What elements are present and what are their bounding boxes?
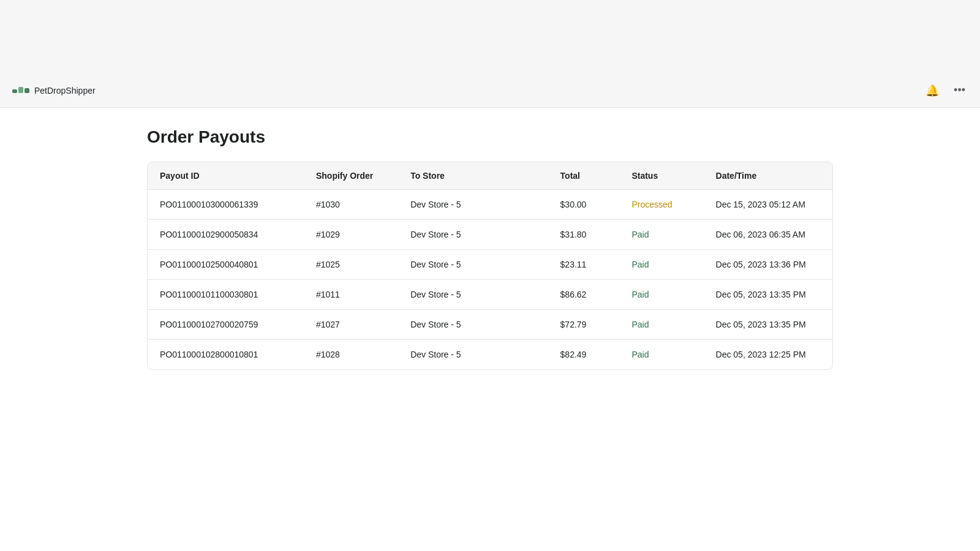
table-row: PO011000102900050834 #1029 Dev Store - 5…	[148, 220, 832, 250]
more-options-button[interactable]: •••	[951, 81, 968, 99]
table-row: PO011000102500040801 #1025 Dev Store - 5…	[148, 250, 832, 280]
status-badge: Paid	[631, 290, 649, 299]
status-badge: Paid	[631, 230, 649, 239]
col-header-status: Status	[619, 162, 703, 190]
cell-total: $86.62	[548, 280, 620, 310]
status-badge: Paid	[631, 320, 649, 329]
cell-total: $23.11	[548, 250, 620, 280]
cell-total: $72.79	[548, 310, 620, 340]
cell-payout-id: PO011000102500040801	[148, 250, 304, 280]
order-payouts-table: Payout ID Shopify Order To Store Total S…	[148, 162, 832, 369]
cell-to-store: Dev Store - 5	[398, 280, 548, 310]
cell-datetime: Dec 05, 2023 13:35 PM	[704, 310, 832, 340]
cell-status: Paid	[619, 250, 703, 280]
table-header-row: Payout ID Shopify Order To Store Total S…	[148, 162, 832, 190]
cell-payout-id: PO011000101100030801	[148, 280, 304, 310]
table-row: PO011000103000061339 #1030 Dev Store - 5…	[148, 190, 832, 220]
cell-to-store: Dev Store - 5	[398, 220, 548, 250]
cell-datetime: Dec 05, 2023 12:25 PM	[704, 340, 832, 370]
cell-payout-id: PO011000103000061339	[148, 190, 304, 220]
cell-total: $30.00	[548, 190, 620, 220]
table-row: PO011000102700020759 #1027 Dev Store - 5…	[148, 310, 832, 340]
app-logo-icon	[12, 84, 29, 97]
cell-payout-id: PO011000102800010801	[148, 340, 304, 370]
cell-shopify-order: #1029	[304, 220, 398, 250]
app-name: PetDropShipper	[34, 86, 96, 96]
page-title: Order Payouts	[147, 127, 833, 147]
header-bar: PetDropShipper 🔔 •••	[0, 73, 980, 108]
status-badge: Paid	[631, 260, 649, 269]
cell-status: Processed	[619, 190, 703, 220]
notification-button[interactable]: 🔔	[923, 81, 941, 100]
cell-status: Paid	[619, 310, 703, 340]
cell-status: Paid	[619, 340, 703, 370]
cell-shopify-order: #1030	[304, 190, 398, 220]
order-payouts-table-container: Payout ID Shopify Order To Store Total S…	[147, 162, 833, 370]
cell-to-store: Dev Store - 5	[398, 310, 548, 340]
cell-shopify-order: #1027	[304, 310, 398, 340]
status-badge: Processed	[631, 200, 672, 209]
col-header-to-store: To Store	[398, 162, 548, 190]
svg-rect-0	[12, 89, 17, 93]
notification-icon: 🔔	[925, 84, 939, 97]
table-row: PO011000102800010801 #1028 Dev Store - 5…	[148, 340, 832, 370]
cell-total: $31.80	[548, 220, 620, 250]
header-right: 🔔 •••	[923, 81, 968, 100]
cell-datetime: Dec 06, 2023 06:35 AM	[704, 220, 832, 250]
cell-datetime: Dec 05, 2023 13:36 PM	[704, 250, 832, 280]
header-left: PetDropShipper	[12, 84, 96, 97]
svg-rect-1	[18, 87, 23, 93]
col-header-shopify-order: Shopify Order	[304, 162, 398, 190]
cell-payout-id: PO011000102900050834	[148, 220, 304, 250]
cell-shopify-order: #1028	[304, 340, 398, 370]
cell-to-store: Dev Store - 5	[398, 340, 548, 370]
col-header-payout-id: Payout ID	[148, 162, 304, 190]
cell-shopify-order: #1011	[304, 280, 398, 310]
cell-shopify-order: #1025	[304, 250, 398, 280]
status-badge: Paid	[631, 350, 649, 359]
table-row: PO011000101100030801 #1011 Dev Store - 5…	[148, 280, 832, 310]
more-icon: •••	[954, 84, 965, 97]
cell-status: Paid	[619, 220, 703, 250]
main-content: Order Payouts Payout ID Shopify Order To…	[123, 108, 858, 389]
cell-total: $82.49	[548, 340, 620, 370]
col-header-datetime: Date/Time	[704, 162, 832, 190]
top-spacer	[0, 0, 980, 73]
cell-payout-id: PO011000102700020759	[148, 310, 304, 340]
cell-datetime: Dec 15, 2023 05:12 AM	[704, 190, 832, 220]
svg-rect-2	[24, 88, 29, 93]
cell-status: Paid	[619, 280, 703, 310]
cell-to-store: Dev Store - 5	[398, 190, 548, 220]
cell-to-store: Dev Store - 5	[398, 250, 548, 280]
cell-datetime: Dec 05, 2023 13:35 PM	[704, 280, 832, 310]
col-header-total: Total	[548, 162, 620, 190]
